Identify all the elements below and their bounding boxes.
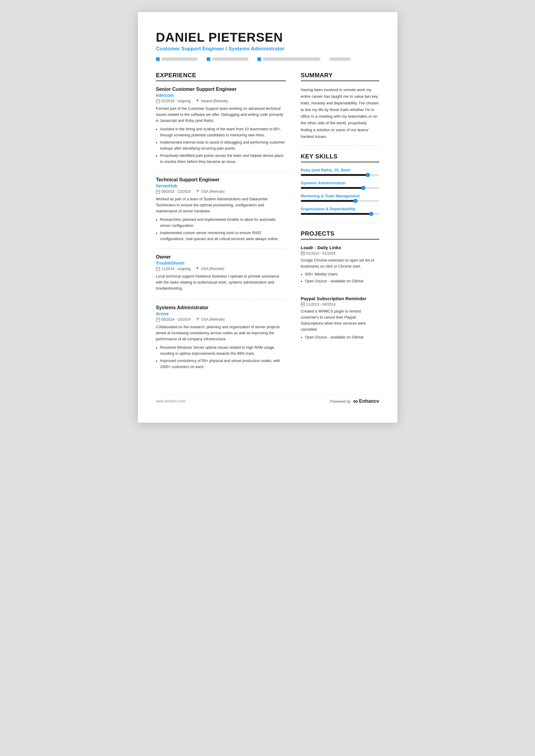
contact-item-2 [207,57,248,61]
skill-bar-bg-1 [301,174,379,176]
experience-item-3: Owner TroubleShootr 11/2014 - ongoing 📍 … [156,254,286,300]
job-meta-3: 11/2014 - ongoing 📍 USA (Remote) [156,267,286,271]
skill-bar-bg-3 [301,200,379,202]
company-name-2: ServerHub [156,183,286,188]
job-date-1: 01/2016 - ongoing [156,99,191,103]
skills-section-title: KEY SKILLS [301,153,379,162]
job-location-3: 📍 USA (Remote) [195,267,224,271]
job-date-4: 05/2014 - 10/2014 [156,317,191,322]
job-bullets-4: Resolved Windows Server uptime issues re… [160,344,286,370]
job-bullets-1: Assisted in the hiring and scaling of th… [160,126,286,165]
summary-section-title: SUMMARY [301,72,379,81]
job-title-3: Owner [156,254,286,260]
skill-name-4: Organization & Dependability [301,207,379,211]
candidate-title: Customer Support Engineer / Systems Admi… [156,46,379,52]
job-location-2: 📍 USA (Remote) [196,189,224,194]
project-title-2: Paypal Subscription Reminder [301,296,379,301]
skill-bar-fill-4 [301,213,373,215]
job-meta-1: 01/2016 - ongoing 📍 Ireland (Remote) [156,99,286,103]
calendar-icon-3 [156,267,160,271]
right-column: SUMMARY Having been involved in remote w… [301,72,379,352]
projects-section-title: PROJECTS [301,230,379,239]
bullet-1-1: Assisted in the hiring and scaling of th… [160,126,286,138]
left-column: EXPERIENCE Senior Customer Support Engin… [156,72,286,382]
contact-icon-1 [156,57,160,61]
candidate-name: DANIEL PIETERSEN [156,30,379,45]
proj-bullet-2-1: Open Source - available on GitHub [305,334,379,340]
proj-bullet-1-1: 500+ Weekly Users [305,271,379,277]
powered-by-text: Powered by [330,399,351,404]
skill-bar-bg-4 [301,213,379,215]
experience-section-title: EXPERIENCE [156,72,286,81]
calendar-icon-4 [156,318,160,322]
skills-section: KEY SKILLS Ruby (and Rails), JS, Bash Sy… [301,153,379,223]
job-bullets-2: Researched, planned and implemented Ansi… [160,217,286,242]
job-meta-2: 08/2015 - 12/2015 📍 USA (Remote) [156,189,286,194]
project-item-2: Paypal Subscription Reminder 11/2013 - 0… [301,296,379,347]
calendar-icon-1 [156,99,160,103]
skill-name-2: Systems Administration [301,181,379,185]
contact-icon-3 [257,57,261,61]
enhancv-brand: Enhancv [359,398,379,404]
job-meta-4: 05/2014 - 10/2014 📍 USA (Remote) [156,317,286,322]
company-name-3: TroubleShootr [156,261,286,265]
job-location-1: 📍 Ireland (Remote) [195,99,228,103]
job-desc-1: Formed part of the Customer Support team… [156,106,286,124]
pin-icon-1: 📍 [195,99,199,103]
bullet-4-2: Improved consistency of 50+ physical and… [160,358,286,370]
job-title-2: Technical Support Engineer [156,177,286,182]
summary-text: Having been involved in remote work my e… [301,87,379,146]
contact-item-1 [156,57,198,61]
skill-name-3: Mentoring & Team Management [301,194,379,198]
experience-item-2: Technical Support Engineer ServerHub 08/… [156,177,286,249]
resume-page: DANIEL PIETERSEN Customer Support Engine… [138,12,397,423]
project-bullets-1: 500+ Weekly Users Open Source - availabl… [305,271,379,284]
pin-icon-3: 📍 [195,267,199,271]
bullet-1-2: Implemented internal tools to assist in … [160,139,286,151]
bullet-1-3: Proactively identified pain points acros… [160,153,286,165]
enhancv-logo: ∞ Enhancv [353,398,379,405]
project-meta-1: 01/2014 - 01/2016 [301,251,379,256]
job-date-3: 11/2014 - ongoing [156,267,191,271]
contact-item-4 [329,57,350,61]
job-desc-2: Worked as part of a team of System Admin… [156,196,286,214]
projects-section: PROJECTS Loadr - Daily Links 01/2014 - 0… [301,230,379,347]
contact-blur-4 [329,58,350,61]
contact-info [156,57,379,61]
project-meta-2: 11/2013 - 04/2014 [301,302,379,307]
two-column-layout: EXPERIENCE Senior Customer Support Engin… [156,72,379,382]
calendar-icon-p1 [301,251,305,255]
skill-dot-4 [369,212,373,216]
proj-bullet-1-2: Open Source - available on GitHub [305,278,379,284]
footer-right: Powered by ∞ Enhancv [330,398,379,405]
skill-name-1: Ruby (and Rails), JS, Bash [301,168,379,172]
company-name-4: Arvixe [156,311,286,316]
skill-dot-2 [361,186,365,190]
bullet-2-1: Researched, planned and implemented Ansi… [160,217,286,229]
project-desc-2: Created a WHMCS plugin to remind custome… [301,308,379,333]
skill-bar-fill-1 [301,174,370,176]
job-location-4: 📍 USA (Remote) [196,317,224,322]
skill-dot-3 [353,199,357,203]
skill-bar-fill-3 [301,200,357,202]
contact-item-3 [257,57,320,61]
contact-blur-1 [161,58,198,61]
infinity-icon: ∞ [353,398,358,405]
pin-icon-2: 📍 [196,190,200,194]
project-item-1: Loadr - Daily Links 01/2014 - 01/2016 Go… [301,245,379,290]
pin-icon-4: 📍 [196,318,200,322]
skill-bar-bg-2 [301,187,379,189]
project-desc-1: Google Chrome extension to open set list… [301,257,379,269]
project-bullets-2: Open Source - available on GitHub [305,334,379,340]
experience-item-1: Senior Customer Support Engineer Interco… [156,87,286,172]
summary-section: SUMMARY Having been involved in remote w… [301,72,379,146]
header-section: DANIEL PIETERSEN Customer Support Engine… [156,30,379,52]
job-title-1: Senior Customer Support Engineer [156,87,286,92]
job-desc-4: Collaborated on the research, planning a… [156,324,286,342]
bullet-4-1: Resolved Windows Server uptime issues re… [160,344,286,357]
skill-bar-fill-2 [301,187,365,189]
skill-item-1: Ruby (and Rails), JS, Bash [301,168,379,176]
contact-blur-3 [263,58,320,61]
footer-website: www.enhancv.com [156,399,186,403]
experience-item-4: Systems Administrator Arvixe 05/2014 - 1… [156,305,286,376]
